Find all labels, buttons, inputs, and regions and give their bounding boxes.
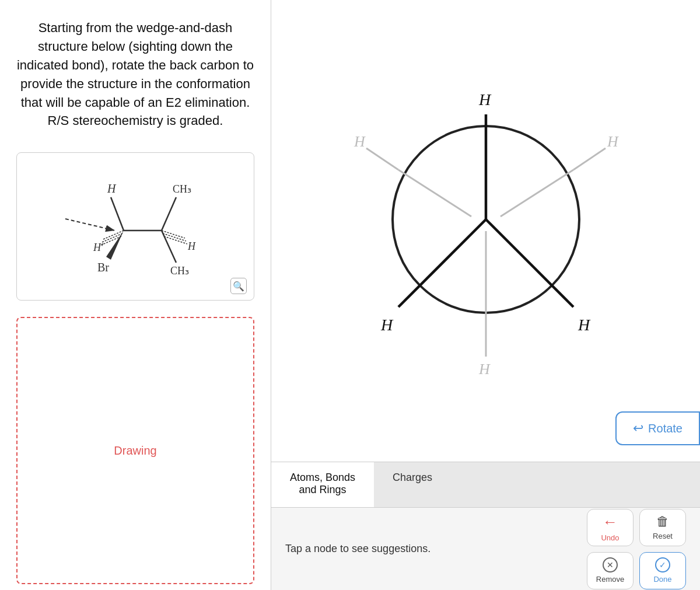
magnifier-button[interactable]: 🔍 bbox=[230, 278, 247, 294]
svg-text:H: H bbox=[380, 316, 394, 334]
svg-line-23 bbox=[398, 170, 471, 217]
rotate-label: Rotate bbox=[648, 422, 682, 435]
bottom-toolbar: Atoms, Bonds and Rings Charges Tap a nod… bbox=[271, 462, 700, 590]
tab-charges[interactable]: Charges bbox=[374, 462, 451, 507]
drawing-area-box[interactable]: Drawing bbox=[16, 317, 254, 584]
remove-label: Remove bbox=[596, 575, 624, 584]
svg-text:H: H bbox=[478, 90, 492, 109]
svg-line-11 bbox=[162, 197, 176, 231]
undo-button[interactable]: ← Undo bbox=[587, 509, 634, 546]
undo-icon: ← bbox=[603, 513, 618, 531]
newman-svg: H H H H H H bbox=[346, 79, 626, 383]
newman-area: H H H H H H ↩ Rotate bbox=[271, 0, 700, 462]
svg-line-25 bbox=[501, 170, 573, 217]
drawing-area-label: Drawing bbox=[114, 444, 156, 458]
molecule-diagram-box: H Br H' CH₃ H CH₃ bbox=[16, 152, 254, 301]
svg-line-2 bbox=[111, 197, 124, 231]
svg-text:H: H bbox=[478, 361, 491, 378]
svg-text:H: H bbox=[578, 316, 591, 334]
reset-button[interactable]: 🗑 Reset bbox=[639, 509, 686, 546]
undo-label: Undo bbox=[601, 533, 619, 542]
question-text: Starting from the wedge-and-dash structu… bbox=[0, 0, 271, 142]
svg-text:Br: Br bbox=[97, 261, 109, 274]
remove-button[interactable]: ✕ Remove bbox=[587, 552, 634, 589]
svg-marker-4 bbox=[106, 231, 124, 260]
svg-text:CH₃: CH₃ bbox=[170, 265, 189, 277]
svg-text:H': H' bbox=[93, 242, 104, 253]
remove-icon: ✕ bbox=[603, 557, 618, 572]
reset-label: Reset bbox=[653, 532, 673, 540]
right-panel: H H H H H H ↩ Rotate Atoms, Bonds and Ri… bbox=[271, 0, 700, 590]
done-icon: ✓ bbox=[655, 557, 670, 572]
tabs-row: Atoms, Bonds and Rings Charges bbox=[271, 462, 700, 508]
done-label: Done bbox=[653, 575, 671, 584]
action-buttons: ← Undo 🗑 Reset ✕ Remove ✓ Done bbox=[587, 509, 686, 589]
svg-text:H: H bbox=[187, 240, 196, 252]
toolbar-content: Tap a node to see suggestions. ← Undo 🗑 … bbox=[271, 508, 700, 590]
btn-row-top: ← Undo 🗑 Reset bbox=[587, 509, 686, 546]
svg-line-21 bbox=[398, 219, 486, 307]
wedge-dash-svg: H Br H' CH₃ H CH₃ bbox=[48, 163, 223, 292]
svg-line-26 bbox=[573, 148, 606, 170]
svg-text:H: H bbox=[354, 133, 366, 150]
svg-text:H: H bbox=[107, 182, 117, 195]
suggestion-text: Tap a node to see suggestions. bbox=[285, 543, 578, 555]
tab-atoms-bonds-rings[interactable]: Atoms, Bonds and Rings bbox=[271, 462, 374, 507]
svg-line-1 bbox=[65, 219, 115, 231]
rotate-button[interactable]: ↩ Rotate bbox=[615, 411, 700, 445]
trash-icon: 🗑 bbox=[656, 514, 669, 529]
svg-line-6 bbox=[103, 231, 124, 239]
btn-row-bottom: ✕ Remove ✓ Done bbox=[587, 552, 686, 589]
magnifier-icon: 🔍 bbox=[233, 281, 244, 292]
svg-line-22 bbox=[486, 219, 573, 307]
svg-text:H: H bbox=[607, 133, 619, 150]
done-button[interactable]: ✓ Done bbox=[639, 552, 686, 589]
left-panel: Starting from the wedge-and-dash structu… bbox=[0, 0, 271, 590]
svg-line-24 bbox=[366, 148, 398, 170]
rotate-icon: ↩ bbox=[633, 421, 643, 436]
svg-text:CH₃: CH₃ bbox=[173, 183, 191, 195]
